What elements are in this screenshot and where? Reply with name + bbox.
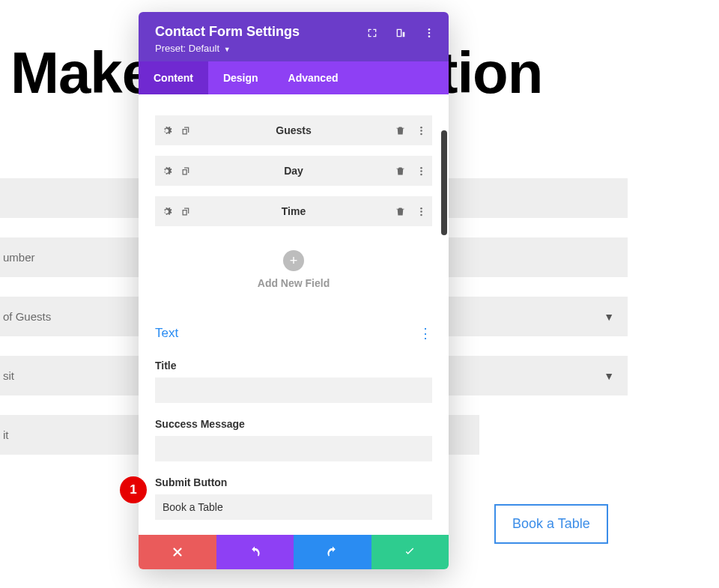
success-message-input[interactable] [155,436,432,461]
chevron-down-icon: ▼ [224,46,231,53]
book-table-button[interactable]: Book a Table [494,504,608,544]
tab-advanced[interactable]: Advanced [273,61,354,94]
bg-input-text: umber [3,251,35,264]
save-button[interactable] [371,535,449,569]
more-icon[interactable]: ⋮ [419,325,432,342]
preset-value: Default [189,43,219,54]
field-name-label: Time [155,205,432,217]
modal-header: Contact Form Settings Preset: Default ▼ [139,12,449,61]
modal-tabs: Content Design Advanced [139,61,449,94]
submit-button-label: Submit Button [155,476,432,488]
chevron-down-icon: ▼ [604,311,614,323]
scrollbar-thumb[interactable] [441,130,447,235]
preset-label: Preset: [155,43,186,54]
undo-button[interactable] [216,535,294,569]
add-new-field-section: + Add New Field [155,237,432,313]
svg-point-2 [428,35,431,37]
add-field-label: Add New Field [155,277,432,289]
header-icons [366,27,435,39]
title-input[interactable] [155,378,432,403]
tab-design[interactable]: Design [208,61,273,94]
field-row-time[interactable]: Time [155,196,432,226]
preset-selector[interactable]: Preset: Default ▼ [155,43,432,54]
bg-input-text: sit [3,369,14,382]
text-section: Text ⋮ Title Success Message Submit Butt… [155,313,432,535]
responsive-icon[interactable] [395,27,407,39]
chevron-down-icon: ▼ [604,370,614,382]
bg-input-text: of Guests [3,310,51,323]
more-icon[interactable] [423,27,435,39]
annotation-marker-1: 1 [120,476,147,503]
svg-point-0 [428,28,431,31]
field-name-label: Day [155,165,432,177]
field-name-label: Guests [155,124,432,136]
expand-icon[interactable] [366,27,378,39]
success-message-label: Success Message [155,418,432,430]
cancel-button[interactable] [139,535,216,569]
add-field-button[interactable]: + [283,250,304,271]
bg-input-text: it [3,428,9,441]
redo-button[interactable] [294,535,371,569]
settings-modal: Contact Form Settings Preset: Default ▼ … [139,12,449,569]
svg-point-1 [428,32,431,34]
field-row-day[interactable]: Day [155,156,432,186]
section-title-text[interactable]: Text [155,326,178,341]
tab-content[interactable]: Content [139,61,208,94]
modal-footer [139,535,449,569]
field-row-guests[interactable]: Guests [155,115,432,145]
modal-body: Guests Day Time [139,94,449,535]
title-label: Title [155,360,432,372]
submit-button-input[interactable] [155,494,432,520]
